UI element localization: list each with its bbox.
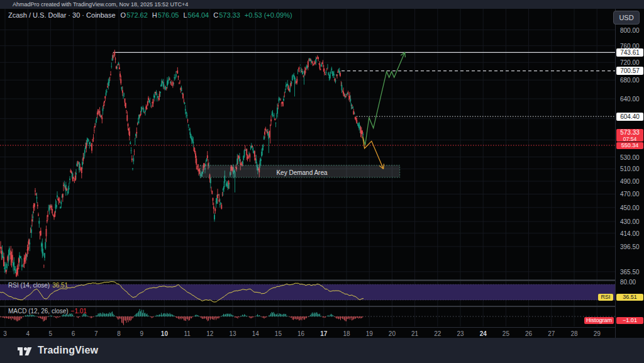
price-scale-axis[interactable]: 800.00760.00720.00680.00640.00530.00510.… bbox=[615, 9, 644, 338]
rsi-indicator-legend[interactable]: RSI (14, close)36.51 bbox=[8, 282, 68, 289]
time-tick-label: 15 bbox=[272, 330, 284, 337]
time-tick-label: 27 bbox=[545, 330, 558, 337]
attribution-text: AhmadPro created with TradingView.com, N… bbox=[13, 1, 188, 8]
time-tick-label: 25 bbox=[499, 330, 512, 337]
time-tick-label: 3 bbox=[0, 330, 11, 337]
price-tick: 430.00 bbox=[620, 218, 640, 225]
time-tick-label: 9 bbox=[135, 330, 148, 337]
currency-toggle-button[interactable]: USD bbox=[613, 11, 640, 25]
time-tick-label: 21 bbox=[409, 330, 421, 337]
current-price-value: 573.33 bbox=[616, 130, 643, 136]
macd-value: −1.01 bbox=[71, 308, 87, 315]
close-label: C bbox=[213, 11, 218, 19]
price-tick: 450.00 bbox=[620, 204, 640, 211]
rsi-value: 36.51 bbox=[52, 282, 68, 289]
time-tick-label: 8 bbox=[113, 330, 125, 337]
time-tick-label: 12 bbox=[204, 330, 216, 337]
level-price-label-604: 604.40 bbox=[616, 113, 643, 121]
time-tick-label: 14 bbox=[249, 330, 262, 337]
time-tick-label: 17 bbox=[318, 330, 330, 337]
tradingview-logo-icon[interactable] bbox=[17, 345, 32, 356]
bar-countdown: 07:54 bbox=[616, 136, 643, 142]
change-value: +0.53 (+0.09%) bbox=[245, 11, 292, 19]
time-tick-label: 6 bbox=[67, 330, 80, 337]
open-value: 572.62 bbox=[126, 11, 148, 19]
level-price-label-743: 743.61 bbox=[616, 48, 643, 57]
price-tick: 396.50 bbox=[620, 243, 640, 250]
high-value: 576.05 bbox=[158, 11, 179, 19]
alert-price-label-550: 550.34 bbox=[616, 142, 643, 149]
time-tick-label: 16 bbox=[295, 330, 308, 337]
symbol-legend[interactable]: Zcash / U.S. Dollar · 30 · Coinbase O572… bbox=[8, 11, 292, 20]
attribution-bar: AhmadPro created with TradingView.com, N… bbox=[0, 0, 644, 9]
rsi-value-badge: 36.51 bbox=[616, 294, 643, 301]
price-tick: 470.00 bbox=[620, 191, 640, 198]
time-tick-label: 18 bbox=[340, 330, 353, 337]
price-tick: 680.00 bbox=[620, 77, 640, 84]
time-tick-label: 24 bbox=[477, 330, 489, 337]
time-tick-label: 20 bbox=[386, 330, 398, 337]
tradingview-published-chart: AhmadPro created with TradingView.com, N… bbox=[0, 0, 644, 363]
high-label: H bbox=[152, 11, 157, 19]
macd-name-badge: Histogram bbox=[584, 317, 614, 324]
time-tick-label: 10 bbox=[158, 330, 170, 337]
footer-bar: TradingView bbox=[0, 338, 644, 363]
current-price-label: 573.33 07:54 bbox=[616, 129, 643, 142]
price-tick: 800.00 bbox=[620, 27, 640, 34]
level-price-label-700: 700.57 bbox=[616, 67, 643, 75]
price-tick: 80.00 bbox=[620, 279, 636, 286]
time-scale-axis[interactable]: 3456789101112131415161718192021222324252… bbox=[0, 327, 615, 338]
price-tick: 414.00 bbox=[620, 230, 640, 237]
time-tick-label: 26 bbox=[523, 330, 535, 337]
macd-value-badge: −1.01 bbox=[616, 317, 643, 324]
rsi-name-badge: RSI bbox=[598, 294, 613, 301]
ohlc-values: O572.62 H576.05 L564.04 C573.33 +0.53 (+… bbox=[121, 11, 292, 19]
macd-indicator-legend[interactable]: MACD (12, 26, close)−1.01 bbox=[8, 308, 87, 315]
low-label: L bbox=[183, 11, 187, 19]
price-tick: 510.00 bbox=[620, 165, 640, 172]
time-tick-label: 29 bbox=[591, 330, 603, 337]
symbol-title[interactable]: Zcash / U.S. Dollar · 30 · Coinbase bbox=[8, 11, 116, 19]
price-tick: 530.00 bbox=[620, 154, 640, 161]
time-tick-label: 23 bbox=[454, 330, 467, 337]
time-tick-label: 28 bbox=[568, 330, 580, 337]
price-tick: 720.00 bbox=[620, 59, 640, 66]
open-label: O bbox=[121, 11, 126, 19]
price-tick: 490.00 bbox=[620, 178, 640, 185]
price-tick: 640.00 bbox=[620, 96, 640, 103]
time-tick-label: 13 bbox=[226, 330, 239, 337]
price-tick: 365.50 bbox=[620, 269, 640, 276]
time-tick-label: 7 bbox=[90, 330, 103, 337]
time-tick-label: 22 bbox=[431, 330, 444, 337]
time-tick-label: 5 bbox=[44, 330, 57, 337]
demand-zone-label[interactable]: Key Demand Area bbox=[251, 169, 353, 176]
time-tick-label: 11 bbox=[181, 330, 194, 337]
macd-label: MACD (12, 26, close) bbox=[8, 308, 69, 315]
low-value: 564.04 bbox=[188, 11, 209, 19]
time-tick-label: 19 bbox=[363, 330, 375, 337]
close-value: 573.33 bbox=[219, 11, 240, 19]
time-tick-label: 4 bbox=[21, 330, 34, 337]
tradingview-logo-text[interactable]: TradingView bbox=[38, 345, 98, 356]
rsi-label: RSI (14, close) bbox=[8, 282, 50, 289]
